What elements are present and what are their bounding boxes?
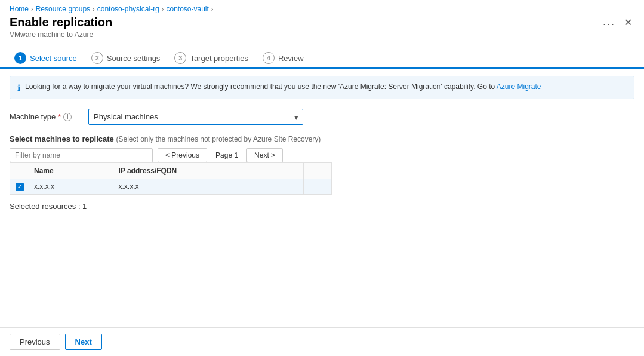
step-1-select-source[interactable]: 1 Select source [10,48,87,69]
breadcrumb-sep-4: › [211,5,214,13]
table-controls: < Previous Page 1 Next > [10,148,634,162]
row-checkbox-cell[interactable]: ✓ [10,179,29,195]
step-1-number: 1 [14,52,26,64]
breadcrumb-home[interactable]: Home [10,5,29,13]
main-content: ℹ Looking for a way to migrate your virt… [0,69,644,327]
row-ip: x.x.x.x [113,179,303,195]
step-3-target-properties[interactable]: 3 Target properties [170,48,258,67]
table-row[interactable]: ✓ x.x.x.x x.x.x.x [10,179,332,195]
step-4-number: 4 [263,52,275,64]
step-4-review[interactable]: 4 Review [258,48,313,67]
row-extra [303,179,331,195]
col-extra [303,163,331,179]
machines-table: Name IP address/FQDN ✓ x.x.x.x x.x.x.x [10,162,332,195]
footer-next-button[interactable]: Next [65,334,102,350]
breadcrumb-resource-groups[interactable]: Resource groups [36,5,90,13]
machine-type-select[interactable]: Physical machines VMware [88,109,303,125]
breadcrumb-sep-1: › [31,5,33,13]
page-number: Page 1 [212,149,242,162]
breadcrumb-sep-2: › [93,5,95,13]
machine-type-info-icon[interactable]: i [63,113,72,121]
machines-table-area: Name IP address/FQDN ✓ x.x.x.x x.x.x.x [10,162,332,195]
required-star: * [58,112,61,121]
machines-section-hint: (Select only the machines not protected … [116,135,321,143]
table-header-row: Name IP address/FQDN [10,163,332,179]
footer: Previous Next [0,327,644,356]
step-2-label: Source settings [107,54,161,63]
header-section: Enable replication VMware machine to Azu… [0,16,644,44]
machine-type-row: Machine type * i Physical machines VMwar… [10,109,634,125]
breadcrumb-sep-3: › [162,5,164,13]
next-page-button[interactable]: Next > [246,148,283,162]
step-4-label: Review [278,54,304,63]
checkbox-checked-icon: ✓ [16,183,24,191]
footer-previous-button[interactable]: Previous [10,334,60,350]
breadcrumb-contoso-rg[interactable]: contoso-physical-rg [97,5,159,13]
azure-migrate-link[interactable]: Azure Migrate [497,82,541,91]
header-menu-dots[interactable]: ... [603,16,615,28]
machine-type-select-wrapper: Physical machines VMware ▾ [88,109,303,125]
steps-bar: 1 Select source 2 Source settings 3 Targ… [0,44,644,69]
machine-type-label: Machine type * i [10,112,81,121]
machines-section-title: Select machines to replicate (Select onl… [10,134,634,143]
col-checkbox [10,163,29,179]
step-2-source-settings[interactable]: 2 Source settings [87,48,170,67]
breadcrumb-contoso-vault[interactable]: contoso-vault [166,5,208,13]
selected-resources-label: Selected resources : 1 [10,202,634,211]
step-3-number: 3 [174,52,186,64]
filter-by-name-input[interactable] [10,148,153,162]
step-2-number: 2 [91,52,103,64]
col-name: Name [29,163,113,179]
row-name: x.x.x.x [29,179,113,195]
step-1-label: Select source [30,54,77,63]
info-text: Looking for a way to migrate your virtua… [25,82,541,91]
previous-page-button[interactable]: < Previous [158,148,207,162]
close-button[interactable]: ✕ [622,16,634,29]
info-banner: ℹ Looking for a way to migrate your virt… [10,76,634,99]
page-subtitle: VMware machine to Azure [10,30,634,39]
page-title: Enable replication [10,16,634,29]
breadcrumb: Home › Resource groups › contoso-physica… [0,0,644,16]
info-icon: ℹ [17,83,20,93]
col-ip: IP address/FQDN [113,163,303,179]
step-3-label: Target properties [190,54,248,63]
